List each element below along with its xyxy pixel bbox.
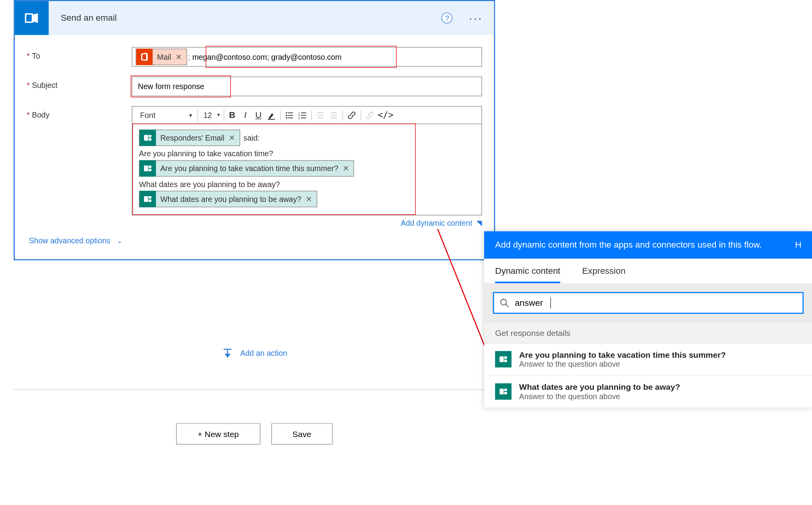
close-icon[interactable]: ✕ [306,195,312,203]
divider [14,389,499,390]
new-step-button[interactable]: + New step [176,423,260,445]
result-item[interactable]: What dates are you planning to be away? … [484,376,812,408]
result-sub: Answer to the question above [519,392,680,401]
tab-expression[interactable]: Expression [582,266,626,283]
svg-rect-4 [288,112,293,113]
to-label: To [27,47,132,60]
svg-text:3: 3 [299,116,300,120]
card-title: Send an email [49,13,442,23]
add-dynamic-content-link[interactable]: Add dynamic content [401,219,472,227]
svg-rect-2 [268,119,275,120]
svg-line-34 [506,304,508,307]
indent-button[interactable] [329,109,340,122]
add-action-icon [222,348,234,359]
svg-rect-22 [148,135,151,137]
close-icon[interactable]: ✕ [229,134,235,142]
close-icon[interactable]: ✕ [175,52,182,61]
body-line-1: Are you planning to take vacation time? [139,149,476,158]
svg-rect-12 [301,115,306,116]
svg-rect-19 [333,115,337,116]
svg-rect-10 [301,112,306,113]
svg-point-5 [286,114,288,116]
close-icon[interactable]: ✕ [343,164,349,173]
result-sub: Answer to the question above [519,360,726,368]
svg-point-33 [501,299,506,305]
save-button[interactable]: Save [271,423,333,445]
underline-button[interactable]: U [253,109,264,122]
to-token-mail[interactable]: Mail ✕ [136,49,187,65]
field-subject: Subject [27,77,482,96]
result-item[interactable]: Are you planning to take vacation time t… [484,343,812,376]
svg-rect-38 [500,389,504,394]
chevron-down-icon: ⌄ [117,237,122,244]
svg-rect-1 [26,14,32,21]
subject-input-wrap [132,77,482,96]
triangle-icon [476,221,482,227]
office-icon [136,49,153,65]
svg-rect-17 [318,117,324,118]
bullet-list-button[interactable] [284,109,295,122]
send-email-card: Send an email ? ... To Mail ✕ [14,0,495,260]
more-icon[interactable]: ... [469,11,483,21]
search-input[interactable] [515,298,550,308]
body-editor[interactable]: Responders' Email ✕ said: Are you planni… [132,123,482,215]
svg-rect-29 [148,200,151,202]
svg-rect-31 [224,349,231,350]
svg-rect-21 [144,135,148,141]
to-input[interactable]: Mail ✕ ; [132,47,482,66]
panel-header: Add dynamic content from the apps and co… [484,231,812,259]
dynamic-content-panel: Add dynamic content from the apps and co… [484,231,812,408]
svg-rect-26 [148,169,151,171]
svg-rect-25 [148,166,151,168]
token-label: Responders' Email [160,134,224,142]
search-box[interactable] [493,292,803,314]
body-line-2: What dates are you planning to be away? [139,180,476,189]
field-body: Body Font ▼ 12 B I U [27,106,482,228]
results-section-title: Get response details [484,323,812,343]
outlook-icon [15,1,49,35]
panel-header-text: Add dynamic content from the apps and co… [495,240,762,250]
subject-input[interactable] [132,78,481,95]
svg-rect-28 [148,196,151,198]
size-label: 12 [204,111,212,120]
svg-point-7 [286,117,288,118]
font-select[interactable]: Font ▼ [136,109,198,122]
add-dynamic-row: Add dynamic content [132,219,482,227]
token-question-1[interactable]: Are you planning to take vacation time t… [139,160,354,177]
result-title: What dates are you planning to be away? [519,382,680,392]
unlink-button[interactable] [365,109,376,122]
card-header: Send an email ? ... [15,1,494,35]
svg-rect-6 [288,115,293,116]
numbered-list-button[interactable]: 123 [297,109,308,122]
forms-icon [140,160,156,177]
to-text-input[interactable] [190,49,479,64]
link-button[interactable] [347,109,358,122]
forms-icon [140,191,156,207]
show-advanced-options[interactable]: Show advanced options ⌄ [29,236,482,245]
token-label: What dates are you planning to be away? [160,195,301,203]
tab-dynamic-content[interactable]: Dynamic content [495,266,560,283]
token-question-2[interactable]: What dates are you planning to be away? … [139,191,317,207]
adv-label: Show advanced options [29,236,110,245]
forms-icon [495,383,512,400]
panel-tabs: Dynamic content Expression [484,259,812,283]
said-text: said: [243,134,259,142]
svg-rect-16 [320,115,324,116]
outdent-button[interactable] [315,109,326,122]
field-to: To Mail ✕ ; [27,47,482,66]
help-icon[interactable]: ? [442,12,453,23]
token-responders-email[interactable]: Responders' Email ✕ [139,130,240,146]
richtext-toolbar: Font ▼ 12 B I U [132,106,482,124]
bold-button[interactable]: B [227,109,238,122]
color-button[interactable] [266,109,277,122]
to-token-label: Mail [157,52,171,61]
svg-rect-39 [504,389,507,391]
svg-rect-37 [504,360,507,362]
font-size-select[interactable]: 12 [200,109,224,122]
code-view-button[interactable]: </> [378,109,393,122]
svg-rect-36 [504,356,507,359]
add-action-button[interactable]: Add an action [222,348,287,359]
italic-button[interactable]: I [240,109,251,122]
body-label: Body [27,106,132,120]
text-cursor [550,298,551,309]
